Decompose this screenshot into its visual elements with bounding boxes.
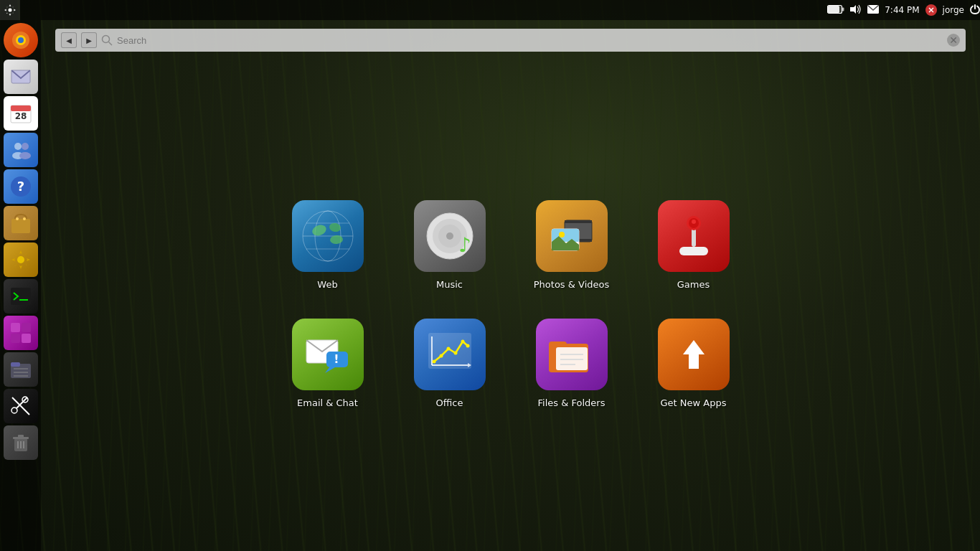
svg-point-56 [427, 213, 473, 259]
svg-rect-73 [306, 340, 338, 363]
email-label: Email & Chat [297, 397, 358, 408]
svg-point-60 [446, 232, 453, 240]
power-icon[interactable] [970, 4, 980, 17]
svg-point-84 [461, 340, 464, 344]
clock: 7:44 PM [885, 5, 919, 15]
svg-rect-41 [13, 437, 29, 439]
svg-point-19 [11, 176, 31, 197]
app-item-web[interactable]: Web [288, 200, 367, 290]
sidebar-item-trash[interactable] [4, 425, 38, 460]
sidebar-item-terminal[interactable] [4, 279, 38, 314]
svg-rect-74 [326, 352, 348, 367]
search-clear-button[interactable]: ✕ [947, 34, 960, 47]
svg-rect-87 [549, 344, 588, 372]
sidebar-item-mail[interactable] [4, 60, 38, 94]
svg-rect-30 [22, 334, 31, 343]
svg-point-37 [11, 408, 17, 413]
app-item-files[interactable]: Files & Folders [532, 319, 611, 408]
svg-rect-3 [842, 7, 844, 11]
svg-rect-88 [549, 342, 567, 349]
app-item-office[interactable]: Office [410, 319, 489, 408]
user-close-button[interactable] [925, 4, 937, 16]
svg-rect-12 [11, 105, 31, 123]
svg-rect-11 [11, 70, 30, 83]
sidebar-item-settings[interactable] [4, 242, 38, 277]
sidebar-item-firefox[interactable] [4, 23, 38, 57]
sidebar-item-help[interactable]: ? [4, 169, 38, 204]
web-icon [292, 200, 364, 272]
svg-point-72 [692, 220, 696, 224]
top-panel: 7:44 PM jorge [0, 0, 980, 20]
svg-point-55 [329, 235, 343, 245]
system-settings-icon[interactable] [0, 0, 20, 20]
svg-point-80 [432, 360, 435, 364]
svg-marker-75 [325, 367, 335, 373]
sidebar-item-screenshot[interactable] [4, 389, 38, 423]
svg-point-57 [427, 213, 473, 259]
svg-rect-66 [552, 229, 579, 242]
svg-point-81 [439, 354, 443, 358]
svg-point-53 [311, 223, 328, 237]
svg-line-7 [929, 8, 933, 12]
games-label: Games [677, 279, 710, 290]
svg-point-8 [12, 32, 29, 49]
svg-rect-32 [11, 362, 20, 367]
sidebar-item-calendar[interactable]: 28 [4, 96, 38, 131]
svg-text:!: ! [334, 352, 339, 366]
volume-icon [850, 4, 862, 17]
svg-point-24 [17, 256, 24, 263]
svg-point-59 [438, 225, 461, 248]
svg-rect-21 [11, 219, 30, 233]
svg-rect-40 [14, 438, 27, 451]
svg-point-22 [16, 217, 19, 220]
svg-marker-4 [850, 5, 856, 14]
svg-rect-68 [679, 247, 708, 255]
app-item-email[interactable]: ! Email & Chat [288, 319, 367, 408]
games-icon [658, 200, 730, 272]
svg-point-9 [16, 35, 26, 45]
app-item-music[interactable]: ♪ Music [410, 200, 489, 290]
main-content: ◀ ▶ ✕ [41, 20, 980, 551]
sidebar-item-store[interactable] [4, 206, 38, 240]
svg-rect-29 [11, 334, 20, 343]
svg-point-18 [19, 152, 31, 159]
svg-point-71 [689, 218, 699, 228]
sidebar-item-people[interactable] [4, 133, 38, 167]
sidebar-item-apps-panel[interactable] [4, 316, 38, 350]
sidebar-item-file-manager[interactable] [4, 352, 38, 387]
svg-rect-62 [565, 220, 592, 242]
svg-point-48 [303, 211, 353, 261]
svg-point-23 [23, 217, 26, 220]
svg-rect-63 [565, 220, 592, 223]
files-icon [536, 319, 608, 390]
svg-point-82 [446, 347, 450, 351]
sidebar: 28 ? [0, 20, 41, 551]
getnew-icon [658, 319, 730, 390]
svg-rect-64 [565, 239, 592, 242]
app-item-getnew[interactable]: Get New Apps [654, 319, 733, 408]
search-bar: ◀ ▶ ✕ [55, 29, 966, 52]
svg-point-58 [433, 219, 467, 253]
system-tray: 7:44 PM jorge [827, 4, 980, 17]
email-tray-icon [867, 5, 879, 16]
app-row-2: ! Email & Chat [288, 319, 733, 408]
svg-line-47 [109, 42, 113, 46]
svg-point-16 [22, 143, 29, 150]
svg-point-49 [315, 211, 341, 261]
svg-rect-2 [828, 6, 839, 13]
web-label: Web [317, 279, 337, 290]
battery-icon [827, 4, 844, 17]
svg-marker-86 [468, 363, 471, 367]
nav-forward-button[interactable]: ▶ [81, 32, 97, 48]
svg-point-46 [103, 36, 110, 43]
nav-back-button[interactable]: ◀ [61, 32, 77, 48]
app-row-1: Web ♪ Music [288, 200, 733, 290]
svg-line-6 [929, 8, 933, 12]
app-item-games[interactable]: Games [654, 200, 733, 290]
svg-point-15 [14, 143, 22, 150]
svg-rect-31 [11, 364, 31, 378]
app-item-photos[interactable]: Photos & Videos [532, 200, 611, 290]
svg-point-10 [18, 37, 24, 43]
svg-rect-42 [18, 435, 24, 438]
search-input[interactable] [117, 35, 943, 46]
